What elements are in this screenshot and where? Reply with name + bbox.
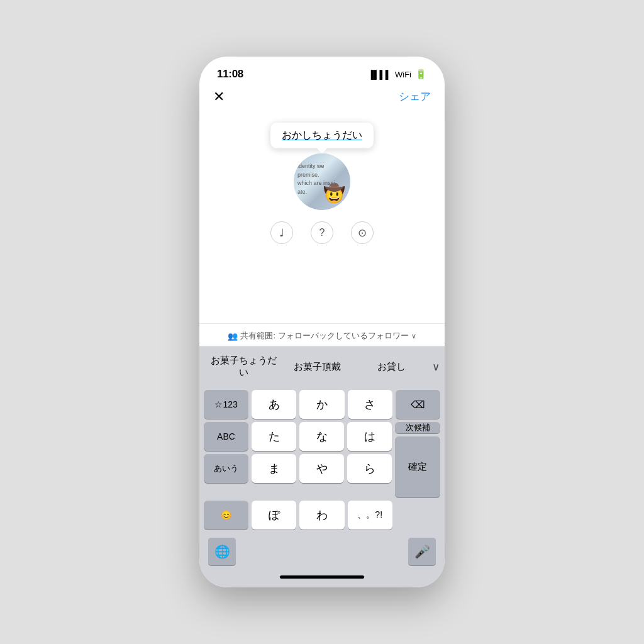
key-emoji[interactable]: 😊 bbox=[204, 501, 248, 530]
audience-text: 共有範囲: フォローバックしているフォロワー bbox=[240, 330, 408, 341]
keyboard-row-4: 😊 ぽ わ 、。?! bbox=[202, 501, 442, 530]
avatar: identity we premise. which are inspi ate… bbox=[294, 153, 350, 210]
question-icon[interactable]: ? bbox=[311, 221, 333, 244]
avatar-hat-emoji: 🤠 bbox=[323, 183, 345, 204]
keyboard-main-grid: ABC た な は あいう bbox=[204, 422, 392, 497]
battery-icon: 🔋 bbox=[415, 69, 427, 80]
popup-arrow bbox=[317, 148, 327, 153]
key-kakutei[interactable]: 確定 bbox=[395, 436, 440, 497]
key-ha[interactable]: は bbox=[347, 422, 392, 451]
signal-icon: ▐▌▌▌ bbox=[368, 70, 391, 79]
key-delete[interactable]: ⌫ bbox=[396, 390, 440, 419]
key-na[interactable]: な bbox=[299, 422, 344, 451]
phone-frame: 11:08 ▐▌▌▌ WiFi 🔋 ✕ シェア おかしちょうだい identit… bbox=[199, 57, 445, 587]
status-bar: 11:08 ▐▌▌▌ WiFi 🔋 bbox=[199, 57, 445, 87]
keyboard: ☆123 あ か さ ⌫ ABC bbox=[199, 386, 445, 535]
tweet-area: おかしちょうだい identity we premise. which are … bbox=[199, 110, 445, 323]
key-symbols[interactable]: ☆123 bbox=[204, 390, 248, 419]
key-ta[interactable]: た bbox=[252, 422, 296, 451]
key-po[interactable]: ぽ bbox=[252, 501, 296, 530]
audience-selector[interactable]: 👥 共有範囲: フォローバックしているフォロワー ∨ bbox=[199, 323, 445, 347]
home-indicator bbox=[280, 575, 364, 579]
share-button[interactable]: シェア bbox=[399, 89, 431, 104]
key-ya[interactable]: や bbox=[299, 454, 344, 483]
media-icons-row: ♩ ? ⊙ bbox=[270, 221, 374, 244]
key-ka[interactable]: か bbox=[299, 390, 344, 419]
audience-chevron-icon: ∨ bbox=[411, 332, 416, 340]
home-indicator-area bbox=[199, 569, 445, 587]
keyboard-row-2: ABC た な は bbox=[204, 422, 392, 451]
suggestion-1[interactable]: お菓子ちょうだい bbox=[207, 353, 280, 380]
key-abc[interactable]: ABC bbox=[204, 422, 248, 451]
camera-icon[interactable]: ⊙ bbox=[351, 221, 374, 244]
keyboard-row-1: ☆123 あ か さ ⌫ bbox=[202, 390, 442, 419]
suggestion-chevron-icon[interactable]: ∨ bbox=[428, 360, 440, 374]
autocorrect-text: おかしちょうだい bbox=[282, 130, 362, 140]
suggestion-bar: お菓子ちょうだい お菓子頂戴 お貸し ∨ bbox=[199, 347, 445, 386]
keyboard-bottom-row: 🌐 🎤 bbox=[199, 535, 445, 569]
close-button[interactable]: ✕ bbox=[213, 90, 225, 104]
key-jikouho[interactable]: 次候補 bbox=[395, 422, 440, 433]
key-aiueo[interactable]: あいう bbox=[204, 454, 248, 483]
keyboard-right-col: 次候補 確定 bbox=[395, 422, 440, 497]
wifi-icon: WiFi bbox=[395, 70, 411, 79]
nav-bar: ✕ シェア bbox=[199, 87, 445, 110]
key-globe[interactable]: 🌐 bbox=[208, 538, 236, 565]
key-punctuation[interactable]: 、。?! bbox=[348, 501, 392, 530]
key-a[interactable]: あ bbox=[252, 390, 296, 419]
music-icon[interactable]: ♩ bbox=[270, 221, 293, 244]
key-sa[interactable]: さ bbox=[348, 390, 392, 419]
audience-icon: 👥 bbox=[228, 331, 238, 341]
suggestion-2[interactable]: お菓子頂戴 bbox=[280, 360, 354, 374]
keyboard-rows-2-3: ABC た な は あいう bbox=[202, 422, 442, 497]
suggestion-3[interactable]: お貸し bbox=[355, 360, 428, 374]
autocorrect-popup: おかしちょうだい bbox=[270, 123, 374, 148]
key-ra[interactable]: ら bbox=[347, 454, 392, 483]
status-time: 11:08 bbox=[217, 68, 243, 80]
avatar-image: identity we premise. which are inspi ate… bbox=[294, 153, 350, 210]
content-area: おかしちょうだい identity we premise. which are … bbox=[199, 110, 445, 347]
key-wa[interactable]: わ bbox=[299, 501, 344, 530]
key-mic[interactable]: 🎤 bbox=[408, 538, 436, 565]
key-ma[interactable]: ま bbox=[252, 454, 296, 483]
status-icons: ▐▌▌▌ WiFi 🔋 bbox=[368, 69, 427, 80]
keyboard-row-3: あいう ま や ら bbox=[204, 454, 392, 483]
